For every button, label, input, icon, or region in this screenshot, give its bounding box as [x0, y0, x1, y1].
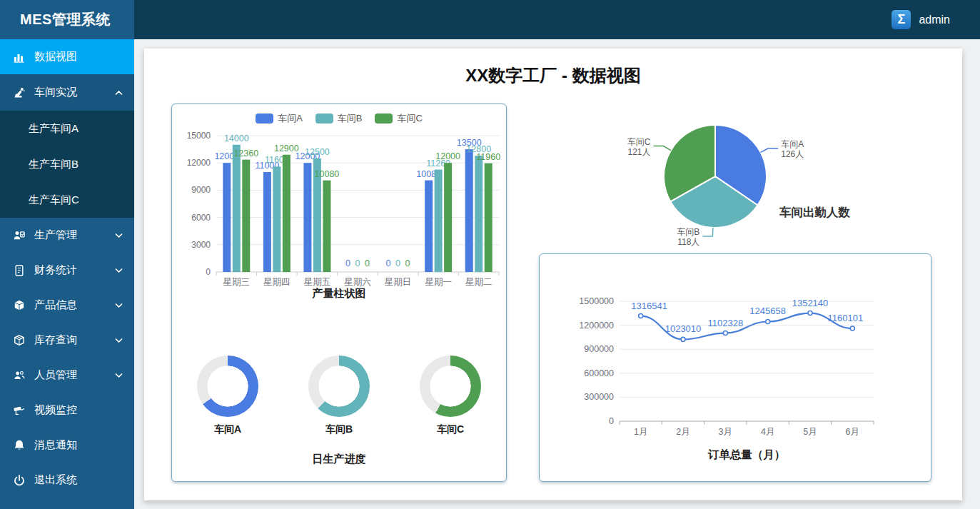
sidebar-item-data-view[interactable]: 数据视图	[0, 39, 134, 74]
main-area: XX数字工厂 - 数据视图 车间A车间B车间C 0300060009000120…	[134, 39, 980, 509]
bell-icon	[12, 438, 26, 453]
legend-swatch	[315, 114, 333, 124]
chevron-down-icon	[115, 373, 123, 378]
donut-label: 车间C	[437, 423, 464, 436]
sidebar-item-logout[interactable]: 退出系统	[0, 463, 134, 498]
svg-text:12360: 12360	[233, 148, 258, 158]
production-panel: 车间A车间B车间C 03000600090001200015000星期三1200…	[171, 104, 507, 482]
sidebar-item-personnel-mgmt[interactable]: 人员管理	[0, 358, 134, 393]
donut-ring	[308, 356, 370, 417]
dashboard-card: XX数字工厂 - 数据视图 车间A车间B车间C 0300060009000120…	[144, 49, 962, 500]
sidebar-item-label: 车间实况	[34, 86, 77, 99]
bar-chart-legend: 车间A车间B车间C	[172, 112, 506, 125]
svg-text:15000: 15000	[187, 131, 211, 141]
donut-chart-title: 日生产进度	[172, 453, 506, 466]
svg-text:0: 0	[365, 258, 370, 268]
svg-text:3月: 3月	[719, 427, 732, 437]
chevron-down-icon	[115, 303, 123, 308]
orders-panel: 0300000600000900000120000015000001月2月3月4…	[539, 253, 931, 482]
svg-text:1月: 1月	[634, 427, 647, 437]
donut-label: 车间A	[214, 423, 241, 436]
svg-text:1102328: 1102328	[708, 318, 744, 328]
svg-text:0: 0	[609, 416, 614, 426]
svg-text:118人: 118人	[677, 237, 699, 247]
chevron-down-icon	[115, 233, 123, 238]
svg-text:12000: 12000	[435, 151, 460, 161]
svg-text:1200000: 1200000	[579, 321, 614, 331]
svg-text:星期六: 星期六	[344, 277, 371, 287]
svg-text:300000: 300000	[584, 392, 614, 402]
sidebar-item-workshop-live[interactable]: 车间实况	[0, 74, 134, 111]
sidebar-subitem-workshop-c[interactable]: 生产车间C	[0, 182, 134, 218]
legend-item[interactable]: 车间A	[256, 112, 303, 125]
svg-text:126人: 126人	[781, 149, 804, 159]
progress-donut: 车间A	[197, 356, 258, 436]
svg-text:900000: 900000	[584, 344, 614, 354]
legend-label: 车间B	[338, 112, 363, 125]
sidebar-subitem-workshop-a[interactable]: 生产车间A	[0, 111, 134, 146]
svg-text:车间C: 车间C	[627, 137, 651, 147]
sidebar-item-video-monitor[interactable]: 视频监控	[0, 393, 134, 428]
svg-text:3000: 3000	[191, 240, 211, 250]
app-title-label: MES管理系统	[20, 10, 111, 29]
cube-icon	[12, 298, 26, 313]
svg-text:5月: 5月	[803, 427, 817, 437]
svg-text:0: 0	[405, 258, 410, 268]
svg-text:0: 0	[355, 258, 360, 268]
orders-line-chart: 0300000600000900000120000015000001月2月3月4…	[540, 254, 931, 481]
package-icon	[12, 333, 26, 348]
daily-progress-donuts: 车间A车间B车间C	[172, 356, 506, 436]
user-menu[interactable]: Σ admin	[891, 0, 980, 39]
sidebar-item-label: 消息通知	[34, 438, 77, 452]
donut-ring	[197, 356, 258, 417]
svg-text:1023010: 1023010	[665, 323, 702, 334]
legend-item[interactable]: 车间C	[375, 112, 422, 125]
svg-text:0: 0	[386, 258, 391, 268]
clipboard-user-icon	[12, 228, 26, 243]
svg-text:0: 0	[345, 258, 350, 268]
svg-text:1352140: 1352140	[792, 298, 829, 308]
svg-text:车间出勤人数: 车间出勤人数	[779, 206, 851, 219]
bar-chart-title: 产量柱状图	[172, 287, 506, 301]
svg-text:星期一: 星期一	[425, 277, 452, 287]
sidebar-item-inventory-query[interactable]: 库存查询	[0, 323, 134, 358]
sidebar-item-label: 退出系统	[34, 473, 77, 487]
legend-label: 车间C	[397, 112, 422, 125]
sidebar-subitem-workshop-b[interactable]: 生产车间B	[0, 146, 134, 182]
attendance-pie-chart: 车间A126人车间B118人车间C121人车间出勤人数	[601, 116, 944, 270]
robot-arm-icon	[12, 86, 26, 100]
svg-text:星期日: 星期日	[385, 277, 412, 287]
sidebar-item-label: 数据视图	[34, 50, 77, 64]
sidebar-item-label: 库存查询	[34, 333, 77, 347]
legend-item[interactable]: 车间B	[315, 112, 363, 125]
donut-label: 车间B	[325, 423, 353, 436]
svg-text:2月: 2月	[676, 427, 689, 437]
svg-text:订单总量（月）: 订单总量（月）	[707, 448, 786, 461]
chevron-down-icon	[115, 338, 123, 343]
sigma-icon: Σ	[891, 10, 911, 29]
sidebar-item-product-info[interactable]: 产品信息	[0, 288, 134, 323]
sidebar-item-finance-stats[interactable]: 财务统计	[0, 253, 134, 288]
username-label: admin	[919, 14, 950, 26]
sidebar-item-label: 财务统计	[34, 263, 77, 277]
sidebar-item-production-mgmt[interactable]: 生产管理	[0, 218, 134, 253]
sidebar-item-label: 人员管理	[34, 368, 77, 382]
svg-text:6000: 6000	[191, 213, 211, 223]
svg-text:10080: 10080	[315, 169, 340, 179]
page-title: XX数字工厂 - 数据视图	[144, 64, 962, 87]
legend-swatch	[375, 114, 393, 124]
svg-text:6月: 6月	[846, 427, 859, 437]
svg-text:车间B: 车间B	[677, 227, 699, 237]
svg-text:0: 0	[395, 258, 400, 268]
svg-text:11960: 11960	[476, 152, 500, 162]
legend-swatch	[256, 114, 273, 124]
sidebar-item-label: 视频监控	[34, 403, 77, 417]
progress-donut: 车间B	[308, 356, 370, 436]
sidebar-item-message-notify[interactable]: 消息通知	[0, 428, 134, 463]
camera-icon	[12, 403, 26, 418]
svg-text:9000: 9000	[191, 185, 211, 195]
app-window: MES管理系统 Σ admin 数据视图车间实况生产车间A生产车间B生产车间C生…	[0, 0, 980, 509]
svg-text:121人: 121人	[627, 147, 650, 157]
svg-text:0: 0	[206, 267, 211, 277]
svg-text:星期二: 星期二	[465, 277, 492, 287]
